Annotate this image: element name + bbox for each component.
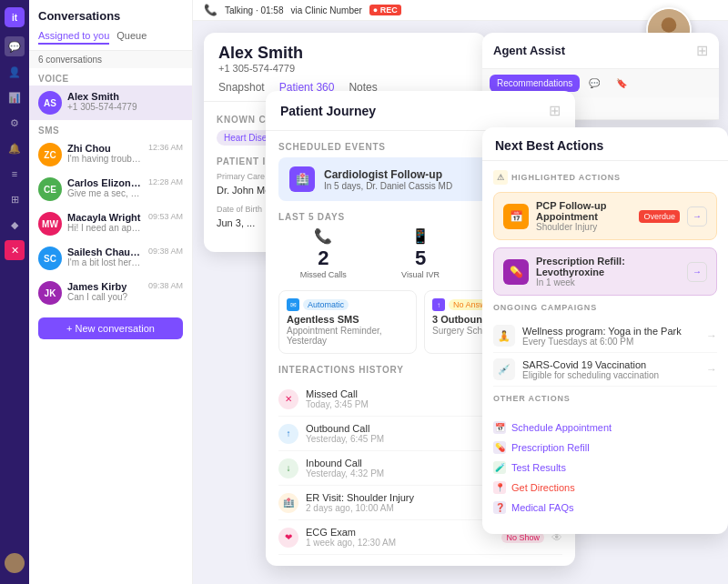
conversation-item-james[interactable]: JK James Kirby Can I call you? 09:38 AM [29, 276, 192, 310]
visual-ivr-num: 5 [376, 247, 466, 270]
sms-icon-1: ✉ [287, 298, 299, 311]
avatar-macayla: MW [38, 212, 62, 236]
faqs-icon: ❓ [493, 501, 506, 514]
sms-auto-badge: Automatic [303, 299, 349, 310]
avatar-sailesh: SC [38, 247, 62, 270]
int-icon-er: 🏥 [278, 493, 298, 513]
agent-tab-chat[interactable]: 💬 [581, 75, 607, 92]
app-logo[interactable]: it [5, 7, 25, 27]
sms-sub-1: Appointment Reminder, Yesterday [287, 326, 409, 346]
pcp-arrow-button[interactable]: → [687, 206, 707, 227]
agent-title: Agent Assist [493, 44, 565, 57]
nav-grid-icon[interactable]: ⊞ [5, 189, 25, 209]
nav-bell-icon[interactable]: 🔔 [5, 138, 25, 158]
conv-info-sailesh: Sailesh Chaudhary I'm a bit lost here... [67, 247, 143, 267]
conversations-count: 6 conversations [29, 51, 192, 68]
nav-chart-icon[interactable]: 📊 [5, 87, 25, 107]
agent-expand-icon[interactable]: ⊞ [696, 42, 708, 59]
directions-icon: 📍 [493, 481, 506, 494]
call-status: Talking · 01:58 [225, 5, 284, 15]
int-time-er: 2 days ago, 10:00 AM [306, 503, 497, 513]
conv-time-macayla: 09:53 AM [148, 212, 183, 221]
conv-info-alex: Alex Smith +1 305-574-4779 [67, 91, 183, 112]
conv-info-zhi: Zhi Chou I'm having trouble connecting..… [67, 143, 143, 164]
nav-sidebar: it 💬 👤 📊 ⚙ 🔔 ≡ ⊞ ◆ ✕ [0, 0, 29, 584]
int-icon-missed: ✕ [278, 389, 298, 409]
missed-calls-num: 2 [278, 247, 369, 270]
refill-action-info: Prescription Refill: Levothyroxine In 1 … [536, 256, 680, 287]
conv-preview-macayla: Hi! I need an appointment [67, 223, 143, 233]
conv-info-carlos: Carlos Elizondo Mora Give me a sec, whil… [67, 177, 143, 198]
nav-user-icon[interactable]: 👤 [5, 62, 25, 82]
yoga-sub: Every Tuesdays at 6:00 PM [522, 337, 699, 347]
conv-phone-alex: +1 305-574-4779 [67, 102, 183, 112]
nba-title: Next Best Actions [495, 138, 715, 153]
vaccine-icon: 💉 [493, 358, 515, 380]
schedule-icon: 📅 [493, 421, 506, 434]
other-directions[interactable]: 📍 Get Directions [493, 478, 717, 498]
action-pcp[interactable]: 📅 PCP Follow-up Appointment Shoulder Inj… [493, 192, 717, 240]
nav-conversations-icon[interactable]: 💬 [5, 36, 25, 56]
yoga-arrow[interactable]: → [706, 329, 717, 342]
other-tests[interactable]: 🧪 Test Results [493, 458, 717, 478]
sms-icon-2: ↑ [432, 298, 445, 311]
highlight-icon: ⚠ [493, 170, 508, 185]
conv-preview-zhi: I'm having trouble connecting... [67, 154, 143, 164]
pcp-action-sub: Shoulder Injury [536, 222, 632, 232]
conv-name-james: James Kirby [67, 281, 143, 292]
conversations-tabs: Assigned to you Queue [38, 28, 183, 45]
refill-action-icon: 💊 [503, 259, 529, 285]
conversation-item-zhi[interactable]: ZC Zhi Chou I'm having trouble connectin… [29, 137, 192, 172]
other-prescription[interactable]: 💊 Prescription Refill [493, 438, 717, 458]
refill-arrow-button[interactable]: → [687, 262, 707, 282]
new-conversation-button[interactable]: + New conversation [38, 317, 183, 339]
sms-label: SMS [29, 120, 192, 137]
int-icon-outbound: ↑ [278, 424, 298, 444]
other-label: OTHER ACTIONS [493, 394, 717, 403]
other-actions-list: 📅 Schedule Appointment 💊 Prescription Re… [493, 410, 717, 525]
agent-tab-bookmark[interactable]: 🔖 [609, 75, 634, 92]
dob-value: Jun 3, ... [217, 217, 255, 228]
call-via: via Clinic Number [291, 5, 362, 15]
agent-tab-recommendations[interactable]: Recommendations [490, 75, 580, 92]
vaccine-title: SARS-Covid 19 Vaccination [522, 359, 699, 370]
tests-icon: 🧪 [493, 461, 506, 474]
conv-name-carlos: Carlos Elizondo Mora [67, 177, 143, 188]
call-bar: 📞 Talking · 01:58 via Clinic Number ● RE… [193, 0, 728, 21]
event-subtitle: In 5 days, Dr. Daniel Cassis MD [324, 181, 501, 191]
conv-preview-sailesh: I'm a bit lost here... [67, 257, 143, 267]
visual-ivr-label: Visual IVR [376, 270, 466, 279]
ongoing-vaccine[interactable]: 💉 SARS-Covid 19 Vaccination Eligible for… [493, 353, 717, 387]
nba-header: Next Best Actions [482, 127, 728, 161]
avatar-james: JK [38, 281, 62, 305]
tab-assigned[interactable]: Assigned to you [38, 28, 109, 45]
pcp-action-info: PCP Follow-up Appointment Shoulder Injur… [536, 200, 632, 232]
avatar-zhi: ZC [38, 143, 62, 166]
action-refill[interactable]: 💊 Prescription Refill: Levothyroxine In … [493, 247, 717, 296]
other-schedule[interactable]: 📅 Schedule Appointment [493, 418, 717, 438]
missed-calls-label: Missed Calls [278, 270, 369, 279]
vaccine-arrow[interactable]: → [706, 363, 717, 376]
nav-list-icon[interactable]: ≡ [5, 164, 25, 184]
conversation-item-carlos[interactable]: CE Carlos Elizondo Mora Give me a sec, w… [29, 172, 192, 206]
int-title-ecg: ECG Exam [306, 527, 494, 538]
conversation-item-sailesh[interactable]: SC Sailesh Chaudhary I'm a bit lost here… [29, 241, 192, 276]
other-faqs[interactable]: ❓ Medical FAQs [493, 498, 717, 518]
conv-time-carlos: 12:28 AM [148, 177, 183, 186]
conv-time-sailesh: 09:38 AM [148, 247, 183, 256]
nav-drop-icon[interactable]: ◆ [5, 215, 25, 235]
pcp-action-icon: 📅 [503, 204, 529, 229]
ongoing-yoga[interactable]: 🧘 Wellness program: Yoga in the Park Eve… [493, 319, 717, 353]
tab-snapshot[interactable]: Snapshot [218, 81, 265, 101]
int-icon-inbound: ↓ [278, 458, 298, 478]
nav-settings-icon[interactable]: ⚙ [5, 113, 25, 133]
stat-visual: 📱 5 Visual IVR [376, 227, 466, 279]
conversation-item-macayla[interactable]: MW Macayla Wright Hi! I need an appointm… [29, 206, 192, 241]
conversation-item-alex[interactable]: AS Alex Smith +1 305-574-4779 [29, 86, 192, 120]
nav-user-avatar[interactable] [5, 553, 25, 573]
journey-expand-icon[interactable]: ⊞ [549, 102, 561, 119]
yoga-info: Wellness program: Yoga in the Park Every… [522, 326, 699, 347]
nav-alert-icon[interactable]: ✕ [5, 240, 25, 260]
patient-phone: +1 305-574-4779 [218, 63, 303, 74]
tab-queue[interactable]: Queue [116, 28, 147, 45]
